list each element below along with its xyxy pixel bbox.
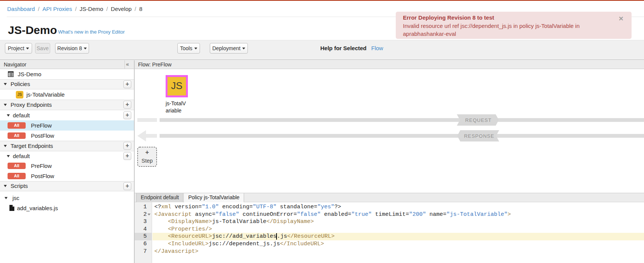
svg-text:RESPONSE: RESPONSE xyxy=(464,133,494,139)
svg-text:REQUEST: REQUEST xyxy=(465,117,492,123)
